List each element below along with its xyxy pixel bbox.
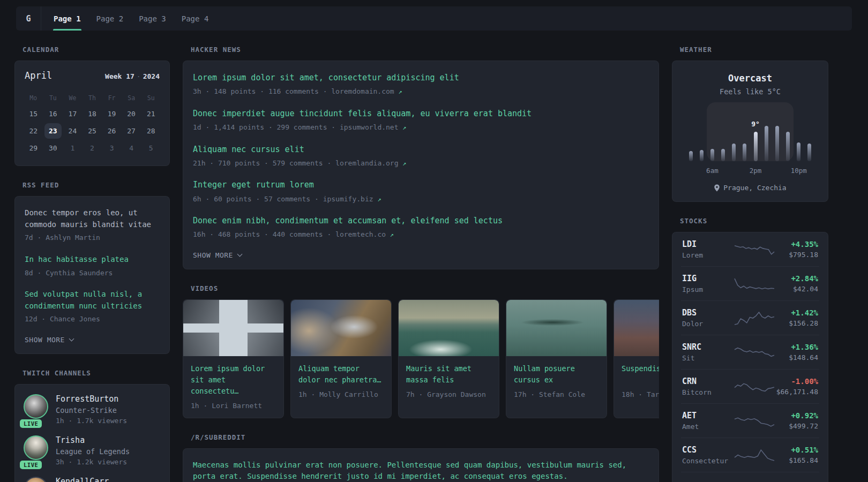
video-title[interactable]: Aliquam tempor dolor nec pharetra… bbox=[298, 363, 384, 386]
calendar-header: April Week 17·2024 bbox=[24, 70, 161, 81]
stock-sparkline bbox=[734, 275, 775, 292]
channel-name: ForrestBurton bbox=[56, 394, 127, 404]
stock-sparkline bbox=[734, 344, 775, 361]
sparkline-path bbox=[735, 245, 774, 254]
nav-tabs: Page 1Page 2Page 3Page 4 bbox=[41, 6, 209, 31]
stock-row[interactable]: CCS Consectetur +0.51% $165.84 bbox=[681, 438, 819, 472]
calendar-day-header: Fr bbox=[102, 92, 122, 104]
video-title[interactable]: Suspendisse diam bbox=[622, 363, 659, 386]
stock-row[interactable]: CRN Bitcorn -1.00% $66,171.48 bbox=[681, 369, 819, 403]
calendar-day: 26 bbox=[102, 123, 122, 139]
video-title[interactable]: Nullam posuere cursus ex bbox=[514, 363, 599, 386]
feed-item-title[interactable]: Integer eget rutrum lorem bbox=[193, 179, 649, 191]
weather-location-row: Prague, Czechia bbox=[683, 184, 817, 192]
weather-bar bbox=[700, 150, 704, 161]
video-card[interactable]: Nullam posuere cursus ex 17h · Stefan Co… bbox=[506, 299, 607, 418]
stock-price: $499.72 bbox=[775, 422, 818, 430]
twitch-channel-row[interactable]: LIVE Trisha League of Legends 3h · 1.2k … bbox=[24, 435, 161, 466]
stock-row[interactable]: LDI Lorem +4.35% $795.18 bbox=[681, 232, 819, 266]
hackernews-show-more-button[interactable]: SHOW MORE bbox=[193, 251, 242, 259]
video-thumbnail[interactable] bbox=[614, 300, 659, 356]
calendar-day: 3 bbox=[102, 140, 122, 156]
calendar-day-header: Sa bbox=[122, 92, 141, 104]
feed-item-domain[interactable]: loremdomain.com bbox=[331, 87, 394, 95]
feed-item-title[interactable]: Lorem ipsum dolor sit amet, consectetur … bbox=[193, 72, 649, 84]
current-temp-label: 9° bbox=[751, 120, 760, 128]
video-thumbnail[interactable] bbox=[506, 300, 607, 356]
feed-item-domain[interactable]: loremtech.co bbox=[335, 230, 386, 238]
feed-item-title[interactable]: Donec enim nibh, condimentum et accumsan… bbox=[193, 215, 649, 227]
feed-item-title[interactable]: Donec imperdiet augue tincidunt felis al… bbox=[193, 108, 649, 120]
avatar bbox=[24, 394, 48, 419]
channel-game: Counter-Strike bbox=[56, 406, 127, 415]
calendar-month: April bbox=[25, 70, 52, 81]
nav-tab[interactable]: Page 3 bbox=[138, 6, 167, 31]
app-logo[interactable]: G bbox=[16, 6, 41, 31]
stock-id: CRN Bitcorn bbox=[682, 376, 734, 396]
feed-item-meta-text: 1d · 1,414 points · 299 comments · bbox=[193, 123, 335, 131]
stock-sparkline bbox=[734, 378, 775, 395]
video-card[interactable]: Lorem ipsum dolor sit amet consectetu… 1… bbox=[183, 299, 284, 418]
stock-price: $165.84 bbox=[775, 456, 818, 464]
feed-item-meta-text: 6h · 60 points · 57 comments · bbox=[193, 195, 319, 203]
feed-item-meta: 3h · 148 points · 116 comments · loremdo… bbox=[193, 86, 649, 97]
video-thumbnail[interactable] bbox=[291, 300, 391, 356]
weather-card: Overcast Feels like 5°C 9° 6am2pm10pm Pr… bbox=[672, 61, 828, 202]
feed-item-domain[interactable]: loremlandia.org bbox=[335, 159, 398, 167]
feed-item-title[interactable]: In hac habitasse platea bbox=[25, 254, 160, 266]
nav-tab[interactable]: Page 4 bbox=[181, 6, 209, 31]
stock-row[interactable]: DBS Dolor +1.42% $156.28 bbox=[681, 300, 819, 335]
weather-bar-slot bbox=[739, 114, 750, 161]
twitch-channel-row[interactable]: LIVE ForrestBurton Counter-Strike 1h · 1… bbox=[24, 394, 161, 425]
rss-show-more-button[interactable]: SHOW MORE bbox=[25, 336, 73, 344]
avatar bbox=[24, 435, 48, 460]
calendar-year: 2024 bbox=[143, 72, 160, 80]
stocks-card: LDI Lorem +4.35% $795.18 IIG Ipsum +2.84… bbox=[672, 232, 828, 482]
video-title[interactable]: Mauris sit amet massa felis bbox=[406, 363, 491, 386]
stock-row[interactable]: AET Amet +0.92% $499.72 bbox=[681, 403, 819, 438]
channel-name: Trisha bbox=[56, 435, 130, 445]
calendar-grid: MoTuWeThFrSaSu15161718192021222324252627… bbox=[24, 92, 161, 156]
stock-row[interactable]: SNRC Sit +1.36% $148.64 bbox=[681, 335, 819, 369]
video-meta: 7h · Grayson Dawson bbox=[406, 390, 491, 398]
stock-price: $795.18 bbox=[775, 251, 818, 259]
stock-symbol: DBS bbox=[682, 308, 734, 318]
video-title[interactable]: Lorem ipsum dolor sit amet consectetu… bbox=[191, 363, 276, 397]
nav-tab[interactable]: Page 2 bbox=[96, 6, 124, 31]
stock-price: $148.64 bbox=[775, 353, 818, 362]
weather-bar bbox=[689, 151, 693, 161]
video-card[interactable]: Aliquam tempor dolor nec pharetra… 1h · … bbox=[290, 299, 392, 418]
stock-name: Ipsum bbox=[682, 285, 734, 293]
video-thumbnail[interactable] bbox=[399, 300, 499, 356]
stock-name: Sit bbox=[682, 354, 734, 362]
feed-item-title[interactable]: Donec tempor eros leo, ut commodo mauris… bbox=[25, 207, 160, 230]
video-card-body: Mauris sit amet massa felis 7h · Grayson… bbox=[399, 356, 499, 406]
stocks-section-title: STOCKS bbox=[680, 217, 828, 225]
stock-values: -1.00% $66,171.48 bbox=[775, 377, 818, 396]
twitch-channel-row[interactable]: KendallCarr bbox=[24, 477, 161, 482]
stock-change: +1.36% bbox=[775, 343, 818, 351]
feed-item-title[interactable]: Sed volutpat nulla nisl, a condimentum n… bbox=[25, 289, 160, 312]
feed-item-domain[interactable]: ipsumworld.net bbox=[340, 123, 399, 131]
feed-item-title[interactable]: Aliquam nec cursus elit bbox=[193, 144, 649, 156]
avatar-wrap: LIVE bbox=[24, 435, 48, 466]
feed-item-domain[interactable]: ipsumify.biz bbox=[323, 195, 373, 203]
video-card[interactable]: Suspendisse diam 18h · Tara bbox=[613, 299, 659, 418]
stock-row[interactable]: AHS +0.46% bbox=[681, 472, 819, 482]
channel-info: ForrestBurton Counter-Strike 1h · 1.7k v… bbox=[56, 394, 127, 425]
calendar-separator: · bbox=[134, 72, 143, 80]
weather-time-label: 10pm bbox=[791, 167, 807, 175]
video-card[interactable]: Mauris sit amet massa felis 7h · Grayson… bbox=[398, 299, 499, 418]
stock-row[interactable]: IIG Ipsum +2.84% $42.04 bbox=[681, 266, 819, 300]
sparkline-path bbox=[735, 450, 774, 461]
weather-feels-like: Feels like 5°C bbox=[683, 87, 817, 96]
sparkline-path bbox=[735, 383, 774, 391]
calendar-day: 17 bbox=[63, 106, 83, 122]
weather-bar bbox=[765, 126, 768, 161]
nav-tab[interactable]: Page 1 bbox=[53, 6, 81, 31]
feed-item-title[interactable]: Maecenas mollis pulvinar erat non posuer… bbox=[193, 460, 649, 482]
stock-values: +1.36% $148.64 bbox=[775, 343, 818, 362]
show-more-label: SHOW MORE bbox=[193, 251, 233, 259]
feed-item-meta: 7d · Ashlyn Martin bbox=[25, 232, 160, 243]
video-thumbnail[interactable] bbox=[183, 300, 283, 356]
